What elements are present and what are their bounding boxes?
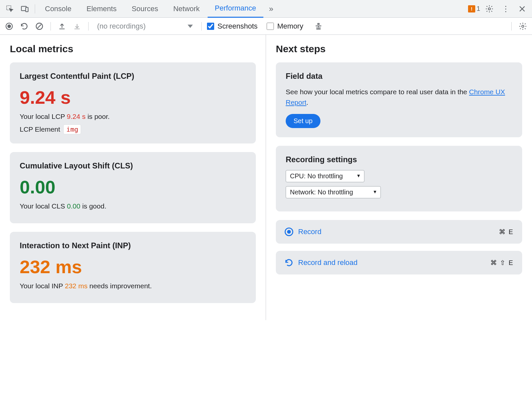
local-metrics-heading: Local metrics: [10, 43, 256, 55]
lcp-title: Largest Contentful Paint (LCP): [20, 72, 246, 81]
cls-assess-pre: Your local CLS: [20, 202, 67, 210]
lcp-assess-pre: Your local LCP: [20, 113, 67, 120]
cls-assess-post: is good.: [80, 202, 106, 210]
record-icon: [284, 227, 294, 236]
more-tabs-icon[interactable]: »: [264, 2, 278, 16]
lcp-assess-val: 9.24 s: [67, 113, 86, 120]
screenshots-label: Screenshots: [217, 22, 257, 31]
inp-value: 232 ms: [20, 256, 246, 277]
field-data-text: See how your local metrics compare to re…: [286, 87, 512, 107]
inp-card: Interaction to Next Paint (INP) 232 ms Y…: [10, 232, 256, 303]
devtools-tab-bar: Console Elements Sources Network Perform…: [0, 0, 532, 18]
svg-rect-2: [26, 7, 28, 11]
field-data-pre: See how your local metrics compare to re…: [286, 88, 469, 96]
screenshots-checkbox[interactable]: Screenshots: [207, 22, 257, 31]
lcp-assess-post: is poor.: [86, 113, 110, 120]
record-action[interactable]: Record ⌘ E: [276, 220, 522, 244]
svg-point-3: [488, 8, 491, 10]
separator: [201, 22, 202, 31]
separator: [35, 4, 35, 13]
collect-garbage-icon[interactable]: [313, 20, 324, 32]
clear-icon[interactable]: [33, 20, 45, 32]
local-metrics-panel: Local metrics Largest Contentful Paint (…: [0, 35, 266, 320]
performance-toolbar: (no recordings) Screenshots Memory: [0, 18, 532, 35]
record-label: Record: [298, 228, 321, 236]
lcp-value: 9.24 s: [20, 87, 246, 108]
inp-assess-post: needs improvement.: [88, 282, 152, 290]
separator: [511, 22, 512, 31]
svg-point-5: [8, 24, 11, 28]
lcp-element-row: LCP Element img: [20, 124, 246, 134]
performance-content: Local metrics Largest Contentful Paint (…: [0, 35, 532, 320]
recording-settings-title: Recording settings: [286, 155, 512, 164]
next-steps-heading: Next steps: [276, 43, 522, 55]
warnings-badge[interactable]: ! 1: [468, 5, 480, 12]
inspect-element-icon[interactable]: [3, 2, 17, 16]
separator: [51, 22, 51, 31]
cls-title: Cumulative Layout Shift (CLS): [20, 161, 246, 170]
tab-elements[interactable]: Elements: [79, 0, 124, 18]
kebab-menu-icon[interactable]: ⋮: [499, 2, 513, 16]
svg-point-9: [287, 230, 291, 234]
tab-console[interactable]: Console: [38, 0, 79, 18]
reload-icon[interactable]: [18, 20, 30, 32]
warning-icon: !: [468, 5, 475, 12]
close-icon[interactable]: [515, 2, 529, 16]
separator: [88, 22, 89, 31]
cls-value: 0.00: [20, 176, 246, 198]
memory-label: Memory: [277, 22, 303, 31]
device-toolbar-icon[interactable]: [18, 2, 32, 16]
inp-assess-pre: Your local INP: [20, 282, 65, 290]
svg-point-7: [522, 25, 524, 27]
field-data-title: Field data: [286, 72, 512, 81]
next-steps-panel: Next steps Field data See how your local…: [266, 35, 532, 320]
inp-assess-val: 232 ms: [65, 282, 88, 290]
warning-count: 1: [477, 5, 480, 12]
inp-title: Interaction to Next Paint (INP): [20, 241, 246, 250]
screenshots-checkbox-input[interactable]: [207, 23, 214, 30]
record-reload-shortcut: ⌘ ⇧ E: [490, 259, 514, 267]
setup-button[interactable]: Set up: [286, 114, 320, 128]
recordings-dropdown[interactable]: (no recordings): [94, 22, 196, 31]
upload-icon[interactable]: [56, 20, 68, 32]
settings-icon[interactable]: [482, 2, 497, 16]
field-data-post: .: [306, 99, 308, 106]
memory-checkbox-input[interactable]: [267, 23, 274, 30]
cls-assess-val: 0.00: [67, 202, 80, 210]
tab-network[interactable]: Network: [166, 0, 207, 18]
lcp-element-tag[interactable]: img: [63, 124, 81, 134]
lcp-card: Largest Contentful Paint (LCP) 9.24 s Yo…: [10, 62, 256, 143]
chevron-down-icon: [188, 25, 193, 28]
recording-settings-card: Recording settings CPU: No throttling Ne…: [276, 146, 522, 211]
inp-assessment: Your local INP 232 ms needs improvement.: [20, 282, 246, 290]
lcp-assessment: Your local LCP 9.24 s is poor.: [20, 113, 246, 121]
network-throttle-select[interactable]: Network: No throttling: [286, 186, 381, 198]
tab-sources[interactable]: Sources: [124, 0, 165, 18]
record-button-icon[interactable]: [3, 20, 15, 32]
cpu-throttle-select[interactable]: CPU: No throttling: [286, 170, 364, 182]
tab-performance[interactable]: Performance: [208, 0, 263, 18]
cls-assessment: Your local CLS 0.00 is good.: [20, 202, 246, 210]
memory-checkbox[interactable]: Memory: [267, 22, 303, 31]
panel-settings-icon[interactable]: [517, 20, 529, 32]
cls-card: Cumulative Layout Shift (CLS) 0.00 Your …: [10, 152, 256, 223]
record-shortcut: ⌘ E: [499, 228, 514, 236]
lcp-element-label: LCP Element: [20, 125, 60, 133]
reload-icon: [284, 258, 294, 267]
field-data-card: Field data See how your local metrics co…: [276, 62, 522, 137]
record-reload-action[interactable]: Record and reload ⌘ ⇧ E: [276, 251, 522, 274]
download-icon[interactable]: [71, 20, 83, 32]
recordings-label: (no recordings): [97, 22, 146, 31]
record-reload-label: Record and reload: [298, 258, 358, 267]
